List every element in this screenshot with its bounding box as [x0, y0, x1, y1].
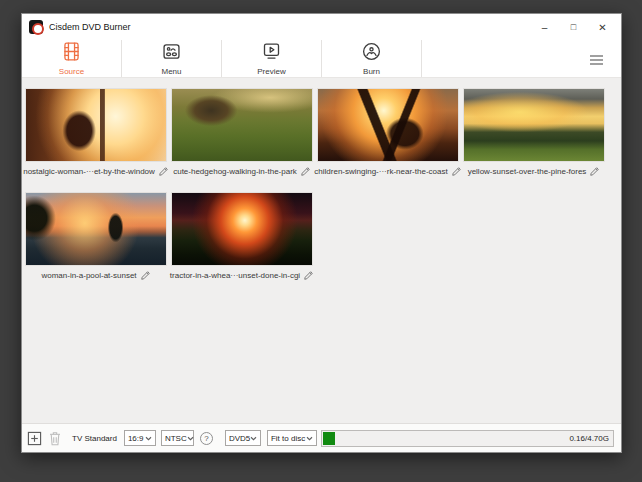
- item-label: yellow-sunset-over-the-pine-fores: [468, 167, 587, 176]
- media-item: tractor-in-a-whea···unset-done-in-cgi: [171, 192, 313, 281]
- title-bar: Cisdem DVD Burner – □ ✕: [22, 14, 621, 40]
- item-caption: children-swinging-···rk-near-the-coast: [317, 165, 459, 177]
- pencil-icon[interactable]: [300, 166, 311, 177]
- pencil-icon[interactable]: [140, 270, 151, 281]
- tv-standard-value: NTSC: [165, 434, 187, 443]
- item-label: tractor-in-a-whea···unset-done-in-cgi: [170, 271, 300, 280]
- video-thumbnail[interactable]: [25, 88, 167, 162]
- app-window: Cisdem DVD Burner – □ ✕: [21, 13, 622, 453]
- media-item: cute-hedgehog-walking-in-the-park: [171, 88, 313, 177]
- disc-burn-icon: [361, 41, 382, 66]
- bottom-bar: TV Standard 16:9 NTSC ? DVD5 Fit to disc…: [22, 423, 621, 452]
- minimize-button[interactable]: –: [530, 16, 559, 38]
- tab-burn-label: Burn: [363, 67, 380, 76]
- fit-mode-select[interactable]: Fit to disc: [267, 430, 317, 446]
- item-caption: yellow-sunset-over-the-pine-fores: [463, 165, 605, 177]
- filmstrip-icon: [61, 41, 82, 66]
- window-title: Cisdem DVD Burner: [49, 22, 131, 32]
- pencil-icon[interactable]: [589, 166, 600, 177]
- media-item: children-swinging-···rk-near-the-coast: [317, 88, 459, 177]
- tab-burn[interactable]: Burn: [322, 40, 422, 77]
- chevron-down-icon: [306, 436, 313, 441]
- video-thumbnail[interactable]: [25, 192, 167, 266]
- trash-icon: [48, 431, 62, 446]
- capacity-progress-fill: [323, 432, 335, 445]
- help-button[interactable]: ?: [200, 432, 213, 445]
- close-button[interactable]: ✕: [588, 16, 617, 38]
- item-label: woman-in-a-pool-at-sunset: [41, 271, 136, 280]
- media-item: woman-in-a-pool-at-sunset: [25, 192, 167, 281]
- plus-square-icon: [27, 431, 42, 446]
- chevron-down-icon: [187, 436, 194, 441]
- menu-template-icon: [161, 41, 182, 66]
- maximize-button[interactable]: □: [559, 16, 588, 38]
- item-caption: cute-hedgehog-walking-in-the-park: [171, 165, 313, 177]
- tab-preview[interactable]: Preview: [222, 40, 322, 77]
- pencil-icon[interactable]: [303, 270, 314, 281]
- item-label: nostalgic-woman-···et-by-the-window: [23, 167, 155, 176]
- capacity-text: 0.16/4.70G: [569, 434, 609, 443]
- item-caption: tractor-in-a-whea···unset-done-in-cgi: [171, 269, 313, 281]
- desktop-background: Cisdem DVD Burner – □ ✕: [0, 0, 642, 482]
- item-caption: woman-in-a-pool-at-sunset: [25, 269, 167, 281]
- app-logo-icon: [29, 20, 43, 34]
- tab-menu[interactable]: Menu: [122, 40, 222, 77]
- tv-standard-select[interactable]: NTSC: [161, 430, 194, 446]
- media-grid: nostalgic-woman-···et-by-the-window cute…: [22, 78, 621, 423]
- window-controls: – □ ✕: [530, 16, 617, 38]
- tab-menu-label: Menu: [161, 67, 181, 76]
- disc-type-value: DVD5: [229, 434, 250, 443]
- pencil-icon[interactable]: [451, 166, 462, 177]
- media-item: nostalgic-woman-···et-by-the-window: [25, 88, 167, 177]
- media-item: yellow-sunset-over-the-pine-fores: [463, 88, 605, 177]
- capacity-progress-bar: 0.16/4.70G: [321, 430, 614, 447]
- chevron-down-icon: [250, 436, 257, 441]
- disc-type-select[interactable]: DVD5: [225, 430, 261, 446]
- video-thumbnail[interactable]: [171, 88, 313, 162]
- item-label: children-swinging-···rk-near-the-coast: [314, 167, 447, 176]
- aspect-ratio-value: 16:9: [128, 434, 144, 443]
- fit-mode-value: Fit to disc: [271, 434, 305, 443]
- main-toolbar: Source Menu: [22, 40, 621, 78]
- pencil-icon[interactable]: [158, 166, 169, 177]
- tab-source-label: Source: [59, 67, 84, 76]
- video-thumbnail[interactable]: [171, 192, 313, 266]
- item-label: cute-hedgehog-walking-in-the-park: [173, 167, 297, 176]
- delete-media-button[interactable]: [47, 431, 62, 446]
- monitor-play-icon: [261, 41, 282, 66]
- tv-standard-label: TV Standard: [72, 434, 117, 443]
- video-thumbnail[interactable]: [463, 88, 605, 162]
- tab-preview-label: Preview: [257, 67, 285, 76]
- video-thumbnail[interactable]: [317, 88, 459, 162]
- item-caption: nostalgic-woman-···et-by-the-window: [25, 165, 167, 177]
- aspect-ratio-select[interactable]: 16:9: [124, 430, 156, 446]
- chevron-down-icon: [145, 436, 152, 441]
- tab-source[interactable]: Source: [22, 40, 122, 77]
- hamburger-menu-icon[interactable]: [590, 55, 603, 65]
- add-media-button[interactable]: [27, 431, 42, 446]
